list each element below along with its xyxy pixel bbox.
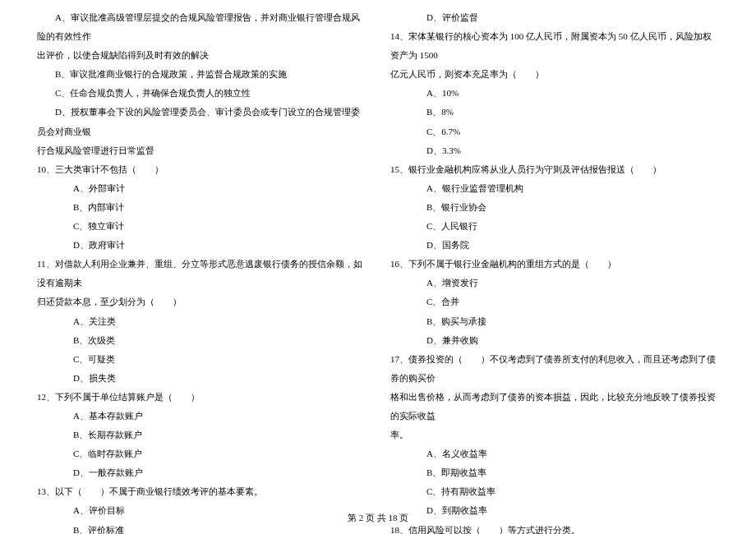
option-text: A、增资发行 [390, 274, 719, 292]
option-text: D、国务院 [390, 236, 719, 255]
option-text: B、长期存款账户 [37, 426, 366, 444]
continuation-text: 率。 [390, 426, 719, 444]
option-text: B、银行业协会 [390, 198, 719, 217]
option-text: B、购买与承接 [390, 312, 719, 331]
option-text: D、损失类 [37, 369, 366, 388]
option-text: A、银行业监督管理机构 [390, 179, 719, 198]
option-text: C、6.7% [390, 122, 719, 141]
question-13: 13、以下（ ）不属于商业银行绩效考评的基本要素。 [37, 482, 366, 501]
option-text: D、3.3% [390, 141, 719, 160]
option-text: A、10% [390, 84, 719, 103]
option-text: B、次级类 [37, 331, 366, 350]
option-text: A、审议批准高级管理层提交的合规风险管理报告，并对商业银行管理合规风险的有效性作 [37, 8, 366, 46]
question-15: 15、银行业金融机构应将从业人员行为守则及评估报告报送（ ） [390, 160, 719, 179]
option-text: C、临时存款账户 [37, 444, 366, 463]
option-text: A、关注类 [37, 312, 366, 331]
continuation-text: 归还贷款本息，至少划分为（ ） [37, 292, 366, 311]
page-number: 第 2 页 共 18 页 [348, 513, 408, 522]
option-text: B、审议批准商业银行的合规政策，并监督合规政策的实施 [37, 65, 366, 84]
option-text: C、人民银行 [390, 217, 719, 236]
option-text: C、持有期收益率 [390, 482, 719, 501]
continuation-text: 亿元人民币，则资本充足率为（ ） [390, 65, 719, 84]
option-text: C、合并 [390, 292, 719, 311]
question-12: 12、下列不属于单位结算账户是（ ） [37, 388, 366, 407]
option-text: D、评价监督 [390, 8, 719, 27]
option-text: A、名义收益率 [390, 444, 719, 463]
continuation-text: 出评价，以使合规缺陷得到及时有效的解决 [37, 46, 366, 65]
document-page: A、审议批准高级管理层提交的合规风险管理报告，并对商业银行管理合规风险的有效性作… [0, 0, 756, 501]
option-text: D、授权董事会下设的风险管理委员会、审计委员会或专门设立的合规管理委员会对商业银 [37, 103, 366, 140]
option-text: B、8% [390, 103, 719, 122]
option-text: A、基本存款账户 [37, 407, 366, 426]
option-text: C、独立审计 [37, 217, 366, 236]
option-text: D、兼并收购 [390, 331, 719, 350]
continuation-text: 行合规风险管理进行日常监督 [37, 141, 366, 160]
question-10: 10、三大类审计不包括（ ） [37, 160, 366, 179]
continuation-text: 格和出售价格，从而考虑到了债券的资本损益，因此，比较充分地反映了债券投资的实际收… [390, 388, 719, 426]
option-text: C、任命合规负责人，并确保合规负责人的独立性 [37, 84, 366, 103]
option-text: B、即期收益率 [390, 463, 719, 482]
page-footer: 第 2 页 共 18 页 [0, 509, 756, 527]
option-text: D、一般存款账户 [37, 463, 366, 482]
option-text: A、外部审计 [37, 179, 366, 198]
question-14: 14、宋体某银行的核心资本为 100 亿人民币，附属资本为 50 亿人民币，风险… [390, 27, 719, 65]
question-11: 11、对借款人利用企业兼并、重组、分立等形式恶意逃废银行债务的授信余额，如没有逾… [37, 255, 366, 292]
option-text: C、可疑类 [37, 350, 366, 369]
option-text: D、政府审计 [37, 236, 366, 255]
left-column: A、审议批准高级管理层提交的合规风险管理报告，并对商业银行管理合规风险的有效性作… [25, 8, 378, 501]
question-16: 16、下列不属于银行业金融机构的重组方式的是（ ） [390, 255, 719, 274]
right-column: D、评价监督 14、宋体某银行的核心资本为 100 亿人民币，附属资本为 50 … [378, 8, 731, 501]
question-17: 17、债券投资的（ ）不仅考虑到了债券所支付的利息收入，而且还考虑到了债券的购买… [390, 350, 719, 388]
option-text: B、内部审计 [37, 198, 366, 217]
